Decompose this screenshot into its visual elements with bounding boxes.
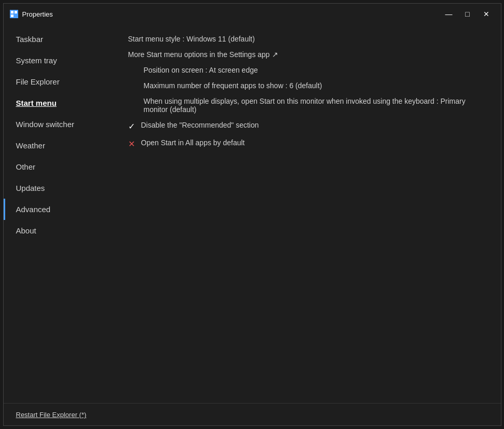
sidebar: Taskbar System tray File Explorer Start … [4, 24, 113, 403]
start-menu-style-row: Start menu style : Windows 11 (default) [128, 35, 485, 43]
content-area: Taskbar System tray File Explorer Start … [4, 24, 501, 403]
sidebar-item-weather[interactable]: Weather [4, 135, 113, 156]
more-options-link-row[interactable]: More Start menu options in the Settings … [128, 50, 485, 59]
svg-rect-1 [15, 11, 17, 13]
sidebar-item-start-menu[interactable]: Start menu [4, 92, 113, 114]
sidebar-item-taskbar[interactable]: Taskbar [4, 29, 113, 50]
title-bar-left: Properties [10, 10, 53, 18]
sidebar-item-file-explorer[interactable]: File Explorer [4, 71, 113, 92]
svg-rect-0 [11, 11, 13, 13]
main-window: Properties — □ ✕ Taskbar System tray Fil… [3, 3, 501, 426]
disable-recommended-row[interactable]: ✓ Disable the "Recommended" section [128, 121, 485, 131]
x-icon-open-all-apps: ✕ [128, 139, 135, 149]
restart-file-explorer-link[interactable]: Restart File Explorer (*) [16, 411, 87, 419]
sidebar-item-advanced[interactable]: Advanced [4, 199, 113, 220]
open-all-apps-row[interactable]: ✕ Open Start in All apps by default [128, 139, 485, 149]
close-button[interactable]: ✕ [478, 8, 495, 20]
sidebar-item-about[interactable]: About [4, 220, 113, 241]
sidebar-item-window-switcher[interactable]: Window switcher [4, 114, 113, 135]
multi-display-row: When using multiple displays, open Start… [128, 97, 485, 114]
svg-rect-3 [15, 15, 17, 17]
maximize-button[interactable]: □ [459, 8, 476, 20]
sidebar-item-other[interactable]: Other [4, 156, 113, 177]
position-row: Position on screen : At screen edge [128, 66, 485, 74]
minimize-button[interactable]: — [441, 8, 457, 20]
app-icon [10, 10, 18, 18]
open-all-apps-label: Open Start in All apps by default [141, 139, 245, 147]
main-content: Start menu style : Windows 11 (default) … [113, 24, 501, 403]
disable-recommended-label: Disable the "Recommended" section [141, 121, 259, 129]
title-bar-controls: — □ ✕ [441, 8, 495, 20]
sidebar-item-updates[interactable]: Updates [4, 177, 113, 199]
check-icon-disable-recommended: ✓ [128, 121, 135, 131]
max-apps-row: Maximum number of frequent apps to show … [128, 81, 485, 90]
svg-rect-2 [11, 15, 13, 17]
sidebar-item-system-tray[interactable]: System tray [4, 50, 113, 71]
window-title: Properties [22, 10, 53, 18]
footer: Restart File Explorer (*) [4, 403, 501, 425]
title-bar: Properties — □ ✕ [4, 4, 501, 24]
